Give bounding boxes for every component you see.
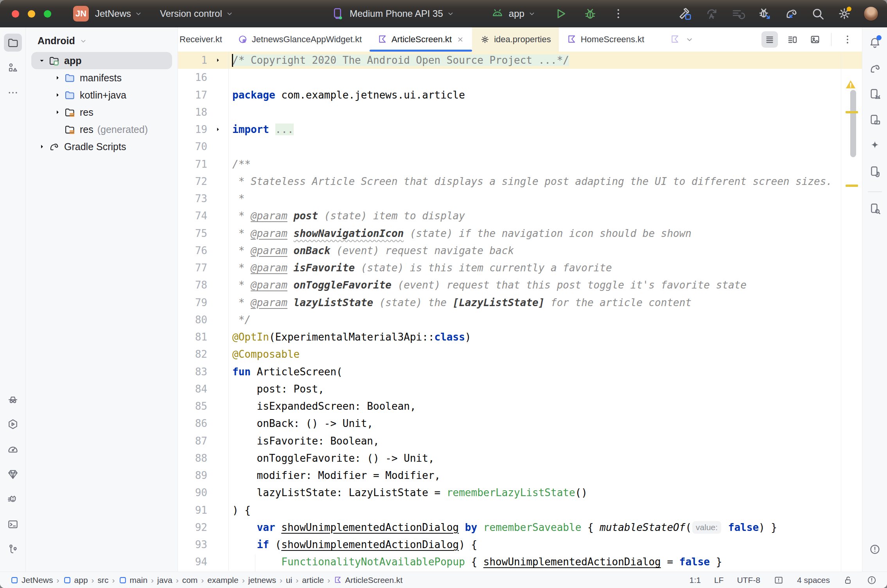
- code-text[interactable]: onToggleFavorite: () -> Unit,: [228, 450, 862, 467]
- breadcrumb-app[interactable]: app: [63, 575, 88, 585]
- code-text[interactable]: ) {: [228, 502, 862, 519]
- code-text[interactable]: fun ArticleScreen(: [228, 363, 862, 380]
- code-text[interactable]: *: [228, 190, 862, 207]
- vcs-menu[interactable]: Version control: [160, 8, 234, 19]
- code-text[interactable]: * @param isFavorite (state) is this item…: [228, 259, 862, 276]
- tool-strip-device-explorer[interactable]: [866, 200, 884, 218]
- tool-strip-gradle[interactable]: [866, 59, 884, 77]
- chevron-down-icon[interactable]: [35, 56, 48, 65]
- code-text[interactable]: [228, 138, 862, 155]
- breadcrumb-java[interactable]: java: [157, 575, 172, 585]
- view-mode-list-button[interactable]: [761, 31, 778, 48]
- breadcrumb-com[interactable]: com: [182, 575, 198, 585]
- breadcrumb-ui[interactable]: ui: [286, 575, 292, 585]
- minimize-window-button[interactable]: [28, 10, 35, 18]
- fold-marker-icon[interactable]: [207, 121, 228, 138]
- project-view-selector[interactable]: Android: [26, 32, 178, 52]
- editor-options-button[interactable]: [839, 31, 856, 48]
- code-text[interactable]: if (showUnimplementedActionDialog) {: [228, 536, 862, 553]
- line-separator[interactable]: LF: [714, 575, 724, 585]
- code-text[interactable]: import ...: [228, 121, 862, 138]
- code-text[interactable]: @OptIn(ExperimentalMaterial3Api::class): [228, 328, 862, 346]
- tool-strip-problems[interactable]: [866, 540, 884, 558]
- debug-button[interactable]: [583, 7, 597, 21]
- more-actions-button[interactable]: [612, 7, 625, 20]
- code-text[interactable]: package com.example.jetnews.ui.article: [228, 86, 862, 104]
- tab-jetnewsglanceappwidget-kt[interactable]: JetnewsGlanceAppWidget.kt: [230, 27, 370, 52]
- breadcrumb-src[interactable]: src: [98, 575, 109, 585]
- code-text[interactable]: * @param lazyListState (state) the [Lazy…: [228, 294, 862, 311]
- search-everywhere-button[interactable]: [810, 6, 825, 21]
- tree-item-kotlin+java[interactable]: kotlin+java: [31, 86, 172, 104]
- tree-item-app[interactable]: app: [31, 52, 172, 69]
- code-text[interactable]: /**: [228, 156, 862, 173]
- warning-stripe-mark[interactable]: [846, 185, 858, 187]
- breadcrumb-articlescreen-kt[interactable]: ArticleScreen.kt: [334, 575, 402, 585]
- run-button[interactable]: [553, 7, 567, 21]
- run-configuration[interactable]: app: [491, 7, 536, 20]
- tool-strip-version-control-tool-window[interactable]: [4, 540, 22, 558]
- code-text[interactable]: var showUnimplementedActionDialog by rem…: [228, 519, 862, 536]
- chevron-right-icon[interactable]: [51, 108, 64, 117]
- unlock-icon[interactable]: [843, 575, 853, 585]
- code-text[interactable]: modifier: Modifier = Modifier,: [228, 467, 862, 484]
- tool-strip-terminal[interactable]: [4, 515, 22, 533]
- breadcrumb-jetnews[interactable]: JetNews: [10, 575, 53, 585]
- code-text[interactable]: post: Post,: [228, 380, 862, 398]
- tool-strip-app-quality-insights[interactable]: [4, 390, 22, 408]
- inspections-warning-icon[interactable]: [845, 79, 856, 90]
- project-menu[interactable]: JetNews: [95, 8, 143, 19]
- tree-item-gradle-scripts[interactable]: Gradle Scripts: [31, 138, 172, 155]
- build-button[interactable]: [677, 6, 692, 21]
- breadcrumb-example[interactable]: example: [207, 575, 238, 585]
- gradle-sync-button[interactable]: [784, 6, 799, 21]
- view-mode-preview-button[interactable]: [807, 31, 823, 48]
- tab-receiver-kt[interactable]: Receiver.kt: [178, 27, 230, 52]
- device-selector[interactable]: Medium Phone API 35: [331, 7, 455, 20]
- caret-position[interactable]: 1:1: [689, 575, 701, 585]
- breadcrumb-jetnews[interactable]: jetnews: [248, 575, 276, 585]
- code-text[interactable]: * @param onBack (event) request navigate…: [228, 242, 862, 259]
- tree-item-manifests[interactable]: manifests: [31, 69, 172, 86]
- editor-scrollbar[interactable]: [850, 90, 856, 157]
- tool-strip-app-inspection[interactable]: [4, 465, 22, 483]
- code-text[interactable]: /* Copyright 2020 The Android Open Sourc…: [228, 52, 862, 69]
- tab-idea-properties[interactable]: idea.properties: [472, 27, 559, 52]
- view-mode-split-button[interactable]: [784, 31, 801, 48]
- code-text[interactable]: isFavorite: Boolean,: [228, 432, 862, 450]
- tab-articlescreen-kt[interactable]: ArticleScreen.kt: [370, 27, 472, 52]
- code-text[interactable]: * @param onToggleFavorite (event) reques…: [228, 276, 862, 294]
- zoom-window-button[interactable]: [44, 10, 51, 18]
- code-text[interactable]: FunctionalityNotAvailablePopup { showUni…: [228, 553, 862, 570]
- code-text[interactable]: @Composable: [228, 346, 862, 363]
- code-text[interactable]: * Stateless Article Screen that displays…: [228, 173, 862, 190]
- file-encoding[interactable]: UTF-8: [737, 575, 760, 585]
- hidden-tabs-dropdown[interactable]: [670, 27, 694, 52]
- close-window-button[interactable]: [12, 10, 19, 18]
- user-avatar[interactable]: [864, 6, 878, 21]
- tool-strip-run-tool-window[interactable]: [4, 415, 22, 433]
- code-text[interactable]: * @param showNavigationIcon (state) if t…: [228, 225, 862, 242]
- tool-strip-profiler[interactable]: [4, 440, 22, 458]
- code-editor[interactable]: 1/* Copyright 2020 The Android Open Sour…: [178, 52, 862, 572]
- tool-strip-resource-manager[interactable]: [4, 59, 22, 77]
- apply-changes-restart-button[interactable]: [704, 6, 719, 21]
- code-text[interactable]: [228, 69, 862, 86]
- code-text[interactable]: [228, 104, 862, 121]
- breadcrumb-article[interactable]: article: [302, 575, 324, 585]
- tool-strip-gemini[interactable]: [866, 137, 884, 155]
- chevron-right-icon[interactable]: [35, 142, 48, 151]
- inspection-widget-icon[interactable]: [774, 575, 784, 585]
- tool-strip-more-tool-windows[interactable]: [4, 84, 22, 102]
- fold-marker-icon[interactable]: [207, 52, 228, 69]
- apply-code-changes-button[interactable]: [731, 6, 745, 21]
- tree-item-res[interactable]: res: [31, 104, 172, 121]
- code-text[interactable]: isExpandedScreen: Boolean,: [228, 398, 862, 415]
- chevron-right-icon[interactable]: [51, 91, 64, 99]
- tool-strip-running-devices[interactable]: [866, 111, 884, 129]
- tool-strip-notifications[interactable]: [866, 34, 884, 52]
- warning-stripe-mark[interactable]: [846, 111, 858, 113]
- tab-homescreens-kt[interactable]: HomeScreens.kt: [559, 27, 652, 52]
- close-tab-icon[interactable]: [456, 36, 464, 43]
- chevron-right-icon[interactable]: [51, 74, 64, 82]
